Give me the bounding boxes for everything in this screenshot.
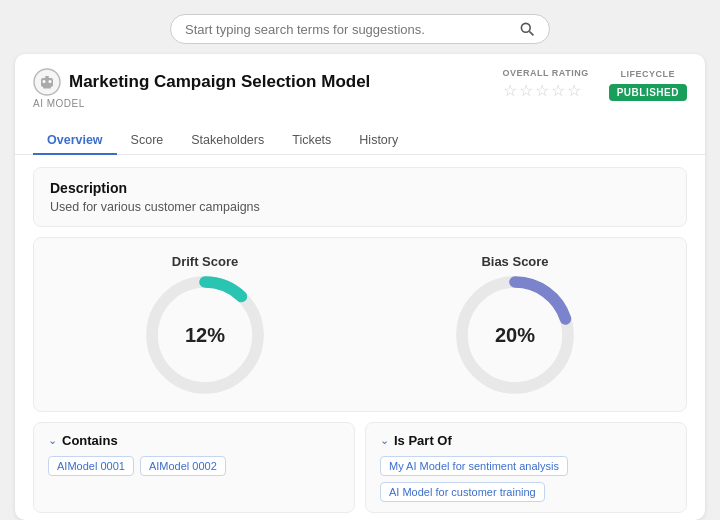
- bias-score-item: Bias Score 20%: [455, 254, 575, 395]
- drift-score-label: Drift Score: [172, 254, 238, 269]
- main-card: Marketing Campaign Selection Model AI MO…: [15, 54, 705, 520]
- search-icon: [519, 21, 535, 37]
- contains-chevron-icon: ⌄: [48, 434, 57, 447]
- tab-tickets[interactable]: Tickets: [278, 127, 345, 155]
- tabs: Overview Score Stakeholders Tickets Hist…: [15, 117, 705, 155]
- overall-rating-label: OVERALL RATING: [503, 68, 589, 78]
- ai-model-icon: [33, 68, 61, 96]
- is-part-of-section: ⌄ Is Part Of My AI Model for sentiment a…: [365, 422, 687, 513]
- overall-rating: OVERALL RATING ☆ ☆ ☆ ☆ ☆: [503, 68, 589, 100]
- description-title: Description: [50, 180, 670, 196]
- tag-sentiment-analysis[interactable]: My AI Model for sentiment analysis: [380, 456, 568, 476]
- drift-score-chart: 12%: [145, 275, 265, 395]
- drift-score-item: Drift Score 12%: [145, 254, 265, 395]
- description-text: Used for various customer campaigns: [50, 200, 670, 214]
- tab-stakeholders[interactable]: Stakeholders: [177, 127, 278, 155]
- stars: ☆ ☆ ☆ ☆ ☆: [503, 81, 589, 100]
- model-title: Marketing Campaign Selection Model: [69, 72, 370, 92]
- scores-section: Drift Score 12% Bias Score 2: [33, 237, 687, 412]
- drift-score-value: 12%: [185, 324, 225, 347]
- search-bar[interactable]: [170, 14, 550, 44]
- model-subtitle: AI MODEL: [33, 98, 370, 109]
- tag-aimodel-0001[interactable]: AIModel 0001: [48, 456, 134, 476]
- tab-overview[interactable]: Overview: [33, 127, 117, 155]
- svg-point-5: [49, 80, 52, 83]
- description-card: Description Used for various customer ca…: [33, 167, 687, 227]
- search-input[interactable]: [185, 22, 519, 37]
- bias-score-chart: 20%: [455, 275, 575, 395]
- tag-aimodel-0002[interactable]: AIModel 0002: [140, 456, 226, 476]
- lifecycle-section: LIFECYCLE PUBLISHED: [609, 69, 687, 100]
- star-2: ☆: [519, 81, 533, 100]
- is-part-of-chevron-icon: ⌄: [380, 434, 389, 447]
- contains-tags: AIModel 0001 AIModel 0002: [48, 456, 340, 476]
- search-bar-container: [0, 0, 720, 54]
- model-header-left: Marketing Campaign Selection Model AI MO…: [33, 68, 370, 109]
- star-1: ☆: [503, 81, 517, 100]
- model-header: Marketing Campaign Selection Model AI MO…: [15, 54, 705, 109]
- tag-customer-training[interactable]: AI Model for customer training: [380, 482, 545, 502]
- svg-rect-3: [41, 78, 53, 87]
- content-area: Description Used for various customer ca…: [15, 155, 705, 520]
- relations-row: ⌄ Contains AIModel 0001 AIModel 0002 ⌄ I…: [33, 422, 687, 513]
- published-badge: PUBLISHED: [609, 84, 687, 101]
- tab-history[interactable]: History: [345, 127, 412, 155]
- bias-score-value: 20%: [495, 324, 535, 347]
- svg-point-0: [521, 23, 530, 32]
- model-title-row: Marketing Campaign Selection Model: [33, 68, 370, 96]
- tab-score[interactable]: Score: [117, 127, 178, 155]
- svg-point-4: [43, 80, 46, 83]
- is-part-of-tags: My AI Model for sentiment analysis AI Mo…: [380, 456, 672, 502]
- model-header-right: OVERALL RATING ☆ ☆ ☆ ☆ ☆ LIFECYCLE PUBLI…: [503, 68, 687, 100]
- contains-title: Contains: [62, 433, 118, 448]
- svg-rect-8: [43, 87, 51, 89]
- star-4: ☆: [551, 81, 565, 100]
- svg-line-1: [529, 31, 533, 35]
- contains-header: ⌄ Contains: [48, 433, 340, 448]
- bias-score-label: Bias Score: [481, 254, 548, 269]
- contains-section: ⌄ Contains AIModel 0001 AIModel 0002: [33, 422, 355, 513]
- lifecycle-label: LIFECYCLE: [609, 69, 687, 79]
- is-part-of-header: ⌄ Is Part Of: [380, 433, 672, 448]
- is-part-of-title: Is Part Of: [394, 433, 452, 448]
- star-3: ☆: [535, 81, 549, 100]
- star-5: ☆: [567, 81, 581, 100]
